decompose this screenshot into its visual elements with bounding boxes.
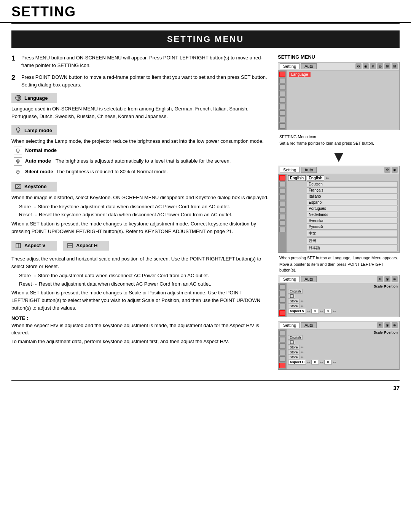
auto-mode-label: Auto mode <box>25 158 53 164</box>
aspect4-row-store2: Store ⇔ <box>288 350 398 355</box>
asp4-s-4 <box>279 356 285 362</box>
aspect4-arr4: ⇔ <box>307 360 310 364</box>
mock-screen-3: Setting Auto ⚙ ◉ ⊕ <box>278 275 400 317</box>
mock-menubar-3: Setting Auto ⚙ ◉ ⊕ <box>278 275 399 283</box>
mock-icon-4-3: ⊕ <box>392 322 398 328</box>
header-divider <box>11 23 400 24</box>
mock-icons-4: ⚙ ◉ ⊕ <box>377 322 398 328</box>
lang-row-english: English ⇔ <box>307 175 398 181</box>
keystone-text-1: Store ··· Store the keystone adjustment … <box>19 203 271 211</box>
asp4-s-2 <box>279 343 285 349</box>
mock-icons-3: ⚙ ◉ ⊕ <box>377 276 398 282</box>
mock-menubar-4: Setting Auto ⚙ ◉ ⊕ <box>278 321 399 329</box>
pos-input-h: 0 <box>324 360 332 364</box>
keystone-label: Keystone <box>24 184 47 189</box>
mock-icon-1: ⚙ <box>355 63 362 69</box>
silent-mode-item: Silent mode The brightness is reduced to… <box>14 168 271 176</box>
tab-auto-3: Auto <box>301 276 317 282</box>
aspect-store2: Store <box>288 304 299 308</box>
svg-rect-5 <box>18 131 19 133</box>
asp-s-1 <box>279 291 285 296</box>
mock-body-1: Language <box>278 70 399 130</box>
lang-item-chinese: 中文 <box>307 230 398 237</box>
aspect-header-scale-pos-4: Scale Position <box>288 331 398 334</box>
scale-label: Scale <box>374 284 383 288</box>
svg-point-9 <box>16 149 19 152</box>
aspect-text-2: Reset ··· Reset the adjustment data when… <box>19 280 271 288</box>
auto-mode-desc: The brightness is adjusted automatically… <box>56 157 231 165</box>
lang-main: English English ⇔ Deutsch Français Itali… <box>287 174 399 252</box>
aspect4-store1: Store <box>288 345 299 350</box>
annotation-lang-menu-text: When pressing SET button at Language, La… <box>279 256 398 260</box>
aspect4-arr6: ⇔ <box>333 360 336 364</box>
aspect-row-r1: 🔲 <box>288 294 398 299</box>
note-text-1: To maintain the adjustment data, perform… <box>11 338 271 345</box>
aspect-v-label: Aspect V <box>24 243 46 248</box>
lang-col1: English <box>288 175 306 251</box>
mock-icon-3-3: ⊕ <box>392 276 398 282</box>
step-2: 2 Press POINT DOWN button to move a red-… <box>11 73 271 88</box>
position-label-4: Position <box>384 331 398 334</box>
mock-menubar-2: Setting Auto ⚙ ◉ <box>278 166 399 174</box>
aspect-h-icon <box>66 242 74 249</box>
aspect-text-1: Store ··· Store the adjustment data when… <box>19 272 271 280</box>
aspect4-arr1: ⇔ <box>301 345 304 349</box>
aspect-arr1: ⇔ <box>301 299 304 303</box>
language-item-highlight: Language <box>289 72 311 77</box>
tab-setting-3: Setting <box>280 276 299 282</box>
step-1-text: Press MENU button and ON-SCREEN MENU wil… <box>21 54 271 69</box>
tab-setting-2: Setting <box>280 167 299 173</box>
aspect-v-header: Aspect V <box>11 241 57 251</box>
lang-item-portugues: Português <box>307 206 398 211</box>
annotation-setting-icon-text: SETTING Menu icon <box>279 134 316 139</box>
lang-arrow-english: ⇔ <box>325 176 330 181</box>
aspect-row-store2: Store ⇔ <box>288 304 398 308</box>
asp-s-3 <box>279 304 285 309</box>
aspect-english: English <box>288 289 303 294</box>
keystone-header: Keystone <box>11 182 57 192</box>
aspect4-arr3: ⇔ <box>301 355 304 359</box>
mock-screen-1: Setting Auto ⚙ ◉ ⊕ ◎ ⊞ ⊟ <box>278 62 400 130</box>
step-1-number: 1 <box>11 54 18 69</box>
note-block: NOTE : When the Aspect H/V is adjusted a… <box>11 315 271 345</box>
sidebar-item-7 <box>279 117 285 122</box>
aspect-arr2: ⇔ <box>301 304 304 308</box>
position-label: Position <box>384 284 398 288</box>
annotation-red-frame: Set a red frame pointer to item and pres… <box>279 141 400 146</box>
aspect4-row-store1: Store ⇔ <box>288 345 398 350</box>
aspect-row-store1: Store ⇔ <box>288 299 398 304</box>
aspect-header-scale-pos: Scale Position <box>288 284 398 288</box>
language-icon <box>14 94 22 102</box>
section-title-bar: SETTING MENU <box>11 30 400 48</box>
mock-icons-2: ⚙ ◉ <box>384 167 398 173</box>
sidebar-item-1 <box>279 78 285 83</box>
normal-mode-icon <box>14 147 22 155</box>
aspect-store1: Store <box>288 299 299 304</box>
mock-menubar-1: Setting Auto ⚙ ◉ ⊕ ◎ ⊞ ⊟ <box>278 62 399 70</box>
language-text: Language used in ON-SCREEN MENU is selec… <box>11 105 271 120</box>
step-1: 1 Press MENU button and ON-SCREEN MENU w… <box>11 54 271 69</box>
aspect-r1-icon: 🔲 <box>288 294 295 299</box>
keystone-text-0: When the image is distorted, select Keys… <box>11 194 271 201</box>
lang-sidebar-item-0 <box>279 175 285 181</box>
asp4-s-1 <box>279 337 285 342</box>
aspect4-row-r1: 🔲 <box>288 340 398 345</box>
page-number: 37 <box>0 381 411 395</box>
lang-item-deutsch: Deutsch <box>307 181 398 187</box>
asp-s-4 <box>279 310 285 316</box>
aspect4-row-store3: Store ⇔ <box>288 355 398 359</box>
asp4-s-3 <box>279 350 285 355</box>
keystone-text-2: Reset ··· Reset the keystone adjustment … <box>19 211 271 219</box>
mock-icon-3: ⊕ <box>370 63 376 69</box>
keystone-icon <box>14 183 22 190</box>
page-header: SETTING <box>0 0 411 23</box>
tab-auto-1: Auto <box>301 63 317 69</box>
aspect-body-3: Scale Position English 🔲 Store ⇔ <box>278 283 399 317</box>
arrow-down-1: ▼ <box>278 149 400 164</box>
asp-s-0 <box>279 284 285 290</box>
aspect4-r1-icon: 🔲 <box>288 340 295 345</box>
lang-english-selected: English <box>288 175 306 181</box>
lang-item-japanese: 日本語 <box>307 244 398 251</box>
lang-sidebar-item-5 <box>279 208 285 213</box>
mock-icon-6: ⊟ <box>392 63 398 69</box>
